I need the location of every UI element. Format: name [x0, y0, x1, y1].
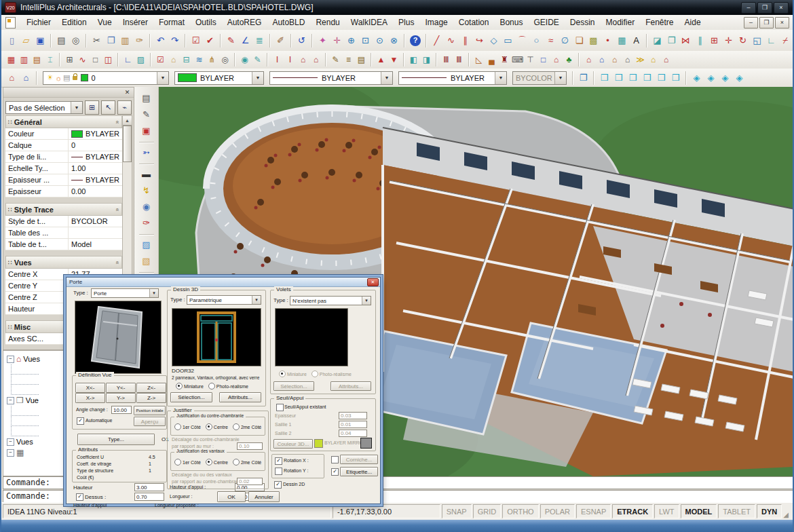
- title-bar[interactable]: V20 IntelliPlus Architecturals - [C:\IDE…: [1, 0, 793, 15]
- zoom-window-icon[interactable]: ⊡: [358, 33, 373, 48]
- roof-tool-red-icon[interactable]: ⌂: [5, 71, 19, 85]
- eraser-left-icon[interactable]: ◧: [407, 54, 420, 66]
- radio-icon[interactable]: [208, 383, 215, 390]
- desk-icon[interactable]: ⊤: [524, 54, 537, 66]
- menu-item-image[interactable]: Image: [419, 16, 453, 29]
- walk-through-icon[interactable]: ➳: [139, 145, 153, 159]
- mdi-minimize-button[interactable]: –: [744, 17, 758, 28]
- house-sun-icon[interactable]: ⌂: [647, 54, 660, 66]
- view-Y-button[interactable]: Y<-: [106, 383, 136, 393]
- view-right-icon[interactable]: ◈: [732, 71, 746, 85]
- property-row[interactable]: Calque0: [5, 140, 122, 151]
- stairs-icon[interactable]: ≡: [342, 54, 355, 66]
- roof-tool-blue-icon[interactable]: ⌂: [19, 71, 33, 85]
- print-preview-icon[interactable]: ◎: [69, 33, 83, 48]
- paste-icon[interactable]: ▥: [118, 33, 132, 48]
- circle-teal-icon[interactable]: ◉: [238, 54, 251, 66]
- computer-icon[interactable]: ⌨: [511, 54, 524, 66]
- roof-window-icon[interactable]: ⌂: [297, 54, 309, 66]
- draw-rectangle-icon[interactable]: ▭: [501, 33, 515, 48]
- image-beach-icon[interactable]: ▧: [139, 254, 153, 268]
- annuler-button[interactable]: Annuler: [248, 491, 280, 502]
- radio-option-1er-c-t-[interactable]: 1er Côté: [174, 423, 201, 430]
- menu-item-modifier[interactable]: Modifier: [601, 16, 641, 29]
- radio-icon[interactable]: [206, 459, 212, 466]
- radio-icon[interactable]: [174, 459, 181, 466]
- property-row[interactable]: Table des ...: [5, 227, 122, 239]
- menu-item-format[interactable]: Format: [153, 16, 190, 29]
- property-row[interactable]: Type de li...BYLAYER: [5, 151, 122, 163]
- window-edit-icon[interactable]: ◫: [102, 54, 115, 66]
- menu-item-aide[interactable]: Aide: [679, 16, 706, 29]
- radio-option-centre[interactable]: Centre: [206, 459, 228, 466]
- view-bottom-icon[interactable]: ❒: [668, 71, 683, 85]
- beam-I2-icon[interactable]: Ⅰ: [284, 54, 297, 66]
- property-row[interactable]: Epaisseur ...BYLAYER: [5, 174, 122, 186]
- etiquette-button[interactable]: Etiquette...: [340, 467, 378, 476]
- zoom-in-icon[interactable]: ⊕: [344, 33, 358, 48]
- select-wand-icon[interactable]: ✦: [316, 33, 330, 48]
- railing-edit-icon[interactable]: Ⅲ: [453, 54, 466, 66]
- position-initiale-button[interactable]: Position initiale: [134, 406, 166, 415]
- menu-item-autoreg[interactable]: AutoREG: [222, 16, 267, 29]
- draw-region-icon[interactable]: ▦: [615, 33, 629, 48]
- quick-select-button[interactable]: ⊞: [85, 100, 99, 115]
- property-value[interactable]: 1.00: [69, 164, 122, 172]
- section-header-style-trace[interactable]: ∷Style Trace«: [5, 203, 122, 216]
- chair-icon[interactable]: ♜: [498, 54, 511, 66]
- house-small-icon[interactable]: ⌂: [550, 54, 563, 66]
- draw-double-line-icon[interactable]: ∥: [458, 33, 472, 48]
- menu-item-rendu[interactable]: Rendu: [310, 16, 345, 29]
- chevrons-icon[interactable]: ≫: [634, 54, 647, 66]
- hauteur-field[interactable]: 3.00: [134, 483, 164, 491]
- chevron-down-icon[interactable]: ▼: [252, 72, 263, 84]
- new-file-icon[interactable]: ▯: [5, 33, 19, 48]
- menu-item-vue[interactable]: Vue: [92, 16, 117, 29]
- property-value[interactable]: BYLAYER: [69, 130, 122, 138]
- property-row[interactable]: Style de t...BYCOLOR: [5, 216, 122, 227]
- etiquette-checkbox[interactable]: ✓: [331, 468, 339, 476]
- chevron-down-icon[interactable]: ▼: [495, 72, 506, 84]
- section-header-général[interactable]: ∷Général«: [5, 115, 122, 128]
- lineweight-combo[interactable]: BYLAYER ▼: [398, 71, 507, 85]
- minimize-button[interactable]: –: [741, 2, 756, 14]
- radio-option-2me-c-t-[interactable]: 2me Côté: [233, 423, 261, 430]
- section-header-vues[interactable]: ∷Vues«: [5, 256, 122, 269]
- menu-item-dessin[interactable]: Dessin: [565, 16, 601, 29]
- color-combo[interactable]: BYLAYER ▼: [174, 71, 264, 85]
- mdi-document-icon[interactable]: [5, 17, 16, 28]
- window-grid-icon[interactable]: ⊞: [63, 54, 76, 66]
- monitor-icon[interactable]: □: [537, 54, 550, 66]
- dessus-checkbox[interactable]: ✓: [76, 493, 83, 501]
- menu-item-cotation[interactable]: Cotation: [453, 16, 495, 29]
- dessin3d-attributs-button[interactable]: Attributs...: [219, 392, 261, 402]
- measure-angle-icon[interactable]: ∠: [238, 33, 252, 48]
- offset-icon[interactable]: ∥: [693, 33, 707, 48]
- collapse-chevron-icon[interactable]: «: [113, 120, 120, 124]
- ruler-icon[interactable]: ≣: [252, 33, 267, 48]
- radio-icon[interactable]: [206, 423, 212, 430]
- view-X-button[interactable]: X->: [75, 393, 105, 403]
- menu-item-outils[interactable]: Outils: [190, 16, 222, 29]
- menu-item-autobld[interactable]: AutoBLD: [267, 16, 310, 29]
- door-3d-preview[interactable]: [75, 301, 162, 374]
- level-up-icon[interactable]: ▲: [375, 54, 387, 66]
- hatch-zone-icon[interactable]: ▨: [134, 54, 147, 66]
- redo-icon[interactable]: ↷: [168, 33, 182, 48]
- chevron-down-icon[interactable]: ▼: [71, 102, 82, 113]
- volets-type-combo[interactable]: N'existent pas ▼: [290, 296, 371, 305]
- collapse-chevron-icon[interactable]: «: [113, 261, 120, 264]
- dessin3d-type-combo[interactable]: Paramétrique ▼: [187, 295, 261, 305]
- rotate-icon[interactable]: ↻: [736, 33, 750, 48]
- section-beam-icon[interactable]: ⌶: [43, 54, 56, 66]
- automatique-checkbox[interactable]: ✓: [77, 417, 84, 425]
- door-2d-preview[interactable]: [172, 308, 261, 366]
- house-camera-icon[interactable]: ⌂: [660, 54, 673, 66]
- ucs-icon[interactable]: ↺: [295, 33, 309, 48]
- porte-type-combo[interactable]: Porte ▼: [91, 288, 159, 298]
- radio-option-centre[interactable]: Centre: [206, 423, 228, 430]
- move-icon[interactable]: ✛: [721, 33, 736, 48]
- property-row[interactable]: Epaisseur0.00: [5, 186, 122, 197]
- tree-expand-icon[interactable]: −: [7, 356, 14, 363]
- erase-icon[interactable]: ◪: [650, 33, 664, 48]
